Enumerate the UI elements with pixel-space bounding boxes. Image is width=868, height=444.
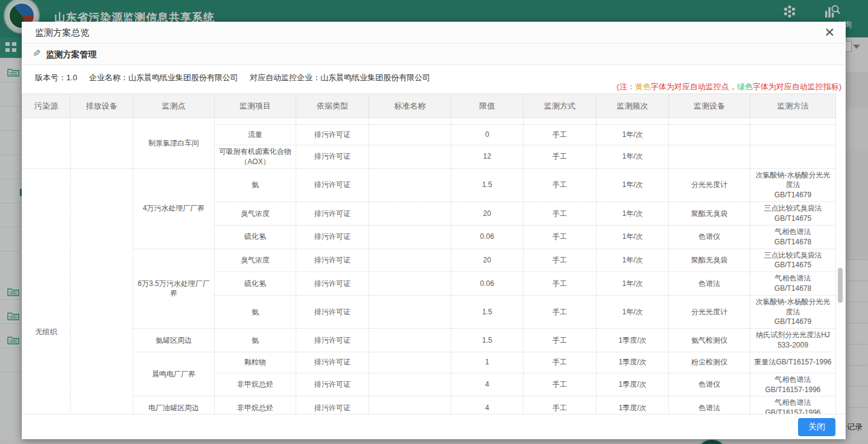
table-cell: 1季度/次	[597, 352, 669, 373]
table-cell	[669, 118, 750, 125]
table-cell: 排污许可证	[296, 329, 369, 352]
note-mid: 字体为对应自动监控点，	[651, 82, 737, 91]
table-cell: 1季度/次	[597, 396, 669, 414]
column-header: 监测设备	[669, 94, 750, 118]
table-cell: 1季度/次	[597, 373, 669, 396]
table-cell	[369, 168, 451, 201]
table-cell: 1.5	[451, 329, 524, 352]
table-scrollbar-thumb[interactable]	[838, 268, 843, 303]
table-cell: 气相色谱法 GB/T16157-1996	[750, 396, 836, 414]
screen: 山东省污染源监测信息共享系统	[0, 0, 868, 444]
table-cell: 粉尘检测仪	[669, 352, 750, 373]
table-cell: 三点比较式臭袋法 GB/T14675	[750, 201, 836, 225]
table-cell: 0.06	[451, 225, 524, 249]
table-cell: 次氯酸钠-水杨酸分光光度法 GB/T14679	[750, 168, 836, 201]
table-cell: 手工	[524, 168, 597, 201]
note-prefix: (注：	[616, 82, 635, 91]
table-cell: 无组织	[22, 168, 71, 414]
table-cell	[451, 118, 524, 125]
table-cell	[369, 125, 451, 145]
table-cell: 排污许可证	[296, 272, 369, 296]
table-cell: 色谱法	[669, 396, 750, 414]
modal-header: 监测方案总览 ✕	[22, 22, 846, 43]
table-cell: 手工	[524, 373, 597, 396]
table-row: 制浆氯漂白车间	[22, 118, 836, 125]
table-cell	[750, 118, 836, 125]
column-header: 监测方法	[750, 94, 836, 118]
table-cell: 20	[451, 249, 524, 272]
header-row: 污染源排放设备监测点监测项目依据类型标准名称限值监测方式监测频次监测设备监测方法	[22, 94, 836, 118]
table-cell: 1年/次	[597, 272, 669, 296]
table-cell: 硫化氢	[215, 272, 296, 296]
table-cell: 手工	[524, 125, 597, 145]
table-cell: 色谱仪	[669, 225, 750, 249]
table-cell: 颗粒物	[215, 352, 296, 373]
table-cell: 晨鸣电厂厂界	[133, 352, 215, 396]
table-cell: 1年/次	[597, 295, 669, 328]
table-cell: 聚酯无臭袋	[669, 249, 750, 272]
table-cell: 分光光度计	[669, 168, 750, 201]
table-row: 6万3.5万污水处理厂厂界臭气浓度排污许可证20手工1年/次聚酯无臭袋三点比较式…	[22, 249, 836, 272]
column-header: 排放设备	[71, 94, 133, 118]
table-cell: 排污许可证	[296, 352, 369, 373]
table-cell	[524, 118, 597, 125]
table-cell	[369, 201, 451, 225]
table-cell	[369, 295, 451, 328]
table-cell: 气相色谱法 GB/T14678	[750, 225, 836, 249]
table-cell: 1年/次	[597, 249, 669, 272]
table-cell: 排污许可证	[296, 168, 369, 201]
table-cell: 1年/次	[597, 168, 669, 201]
version-label: 版本号：	[35, 73, 66, 82]
table-cell: 分光光度计	[669, 295, 750, 328]
table-cell: 12	[451, 145, 524, 169]
table-cell: 1年/次	[597, 145, 669, 169]
column-header: 限值	[451, 94, 524, 118]
close-icon[interactable]: ✕	[824, 25, 835, 40]
table-cell: 1.5	[451, 168, 524, 201]
table-cell: 色谱仪	[669, 373, 750, 396]
table-cell: 纳氏试剂分光光度法HJ533-2009	[750, 329, 836, 352]
table-cell: 手工	[524, 225, 597, 249]
table-cell: 排污许可证	[296, 125, 369, 145]
table-cell	[369, 329, 451, 352]
table-cell: 排污许可证	[296, 373, 369, 396]
column-header: 监测点	[133, 94, 215, 118]
table-cell: 手工	[524, 396, 597, 414]
table-cell: 制浆氯漂白车间	[133, 118, 215, 169]
table-cell	[296, 118, 369, 125]
table-cell: 排污许可证	[296, 396, 369, 414]
table-cell: 6万3.5万污水处理厂厂界	[133, 249, 215, 329]
table-cell	[369, 272, 451, 296]
section-title: 监测方案管理	[46, 49, 97, 60]
table-cell: 电厂油罐区周边	[133, 396, 215, 414]
table-cell: 手工	[524, 201, 597, 225]
table-cell: 流量	[215, 125, 296, 145]
column-header: 监测频次	[597, 94, 669, 118]
modal-footer: 关闭	[22, 414, 846, 439]
table-cell	[369, 352, 451, 373]
table-cell: 手工	[524, 272, 597, 296]
plan-info-line: 版本号：1.0 企业名称：山东晨鸣纸业集团股份有限公司 对应自动监控企业：山东晨…	[35, 72, 430, 83]
table-cell	[369, 249, 451, 272]
table-cell	[369, 396, 451, 414]
table-cell: 1年/次	[597, 201, 669, 225]
table-cell: 手工	[524, 145, 597, 169]
table-cell: 1年/次	[597, 225, 669, 249]
table-cell: 氨	[215, 329, 296, 352]
table-cell: 排污许可证	[296, 145, 369, 169]
column-header: 监测项目	[215, 94, 296, 118]
table-cell: 20	[451, 201, 524, 225]
close-button[interactable]: 关闭	[798, 418, 835, 436]
table-row: 晨鸣电厂厂界颗粒物排污许可证1手工1季度/次粉尘检测仪重量法GB/T16157-…	[22, 352, 836, 373]
monitor-plan-modal: 监测方案总览 ✕ ✎ 监测方案管理 版本号：1.0 企业名称：山东晨鸣纸业集团股…	[22, 22, 846, 439]
table-cell	[369, 373, 451, 396]
table-cell: 聚酯无臭袋	[669, 201, 750, 225]
table-cell: 排污许可证	[296, 225, 369, 249]
version-value: 1.0	[66, 73, 77, 82]
column-header: 标准名称	[369, 94, 451, 118]
note-suffix: 字体为对应自动监控指标)	[753, 82, 841, 91]
column-header: 依据类型	[296, 94, 369, 118]
column-header: 污染源	[22, 94, 71, 118]
table-cell: 手工	[524, 352, 597, 373]
plan-table: 污染源排放设备监测点监测项目依据类型标准名称限值监测方式监测频次监测设备监测方法…	[22, 94, 836, 414]
